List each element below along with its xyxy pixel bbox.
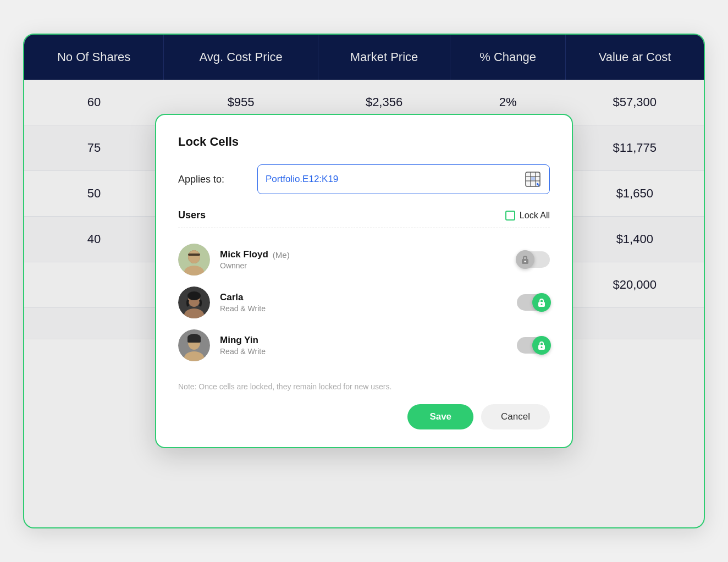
toggle-knob-mick [516, 250, 534, 269]
user-name-ming: Ming Yin [220, 335, 507, 346]
toggle-track-carla[interactable] [517, 294, 550, 311]
users-header: Users Lock All [178, 210, 550, 221]
avatar-ming [178, 329, 210, 361]
user-row-ming: Ming Yin Read & Write [178, 324, 550, 367]
svg-point-10 [188, 250, 200, 263]
user-name-mick: Mick Floyd (Me) [220, 249, 507, 260]
user-me-tag: (Me) [273, 250, 290, 260]
lock-all-wrap[interactable]: Lock All [505, 211, 550, 221]
svg-rect-11 [188, 254, 200, 256]
toggle-mick[interactable] [517, 251, 550, 268]
table-select-icon[interactable] [524, 170, 542, 188]
svg-rect-5 [531, 177, 535, 180]
toggle-track-ming[interactable] [517, 337, 550, 354]
user-row-mick: Mick Floyd (Me) Ownner [178, 238, 550, 281]
user-info-ming: Ming Yin Read & Write [220, 335, 507, 356]
user-role-ming: Read & Write [220, 347, 507, 356]
avatar-carla [178, 286, 210, 318]
user-info-carla: Carla Read & Write [220, 292, 507, 313]
lock-cells-modal: Lock Cells Applies to: Portfolio.E12:K19 [155, 114, 573, 448]
button-row: Save Cancel [178, 404, 550, 429]
applies-to-input[interactable]: Portfolio.E12:K19 [257, 164, 550, 194]
toggle-ming[interactable] [517, 337, 550, 354]
user-role-carla: Read & Write [220, 304, 507, 313]
svg-rect-24 [187, 337, 201, 343]
applies-to-row: Applies to: Portfolio.E12:K19 [178, 164, 550, 194]
modal-overlay: Lock Cells Applies to: Portfolio.E12:K19 [24, 35, 704, 527]
applies-to-value: Portfolio.E12:K19 [266, 174, 519, 185]
main-container: No Of Shares Avg. Cost Price Market Pric… [23, 34, 705, 528]
toggle-knob-ming [532, 336, 551, 355]
toggle-knob-carla [532, 293, 551, 312]
user-name-carla: Carla [220, 292, 507, 303]
svg-point-17 [187, 291, 201, 300]
cancel-button[interactable]: Cancel [481, 404, 550, 429]
svg-point-13 [525, 261, 526, 262]
user-role-mick: Ownner [220, 261, 507, 270]
avatar-mick [178, 244, 210, 276]
toggle-carla[interactable] [517, 294, 550, 311]
toggle-track-mick[interactable] [517, 251, 550, 268]
modal-title: Lock Cells [178, 135, 550, 149]
users-section-label: Users [178, 210, 206, 221]
svg-point-26 [541, 346, 543, 348]
svg-point-19 [541, 304, 543, 305]
user-info-mick: Mick Floyd (Me) Ownner [220, 249, 507, 270]
user-row-carla: Carla Read & Write [178, 281, 550, 324]
lock-all-label: Lock All [520, 211, 550, 221]
lock-all-checkbox[interactable] [505, 211, 515, 221]
applies-to-label: Applies to: [178, 174, 244, 185]
users-divider [178, 228, 550, 228]
save-button[interactable]: Save [407, 404, 473, 429]
note-text: Note: Once cells are locked, they remain… [178, 382, 550, 391]
